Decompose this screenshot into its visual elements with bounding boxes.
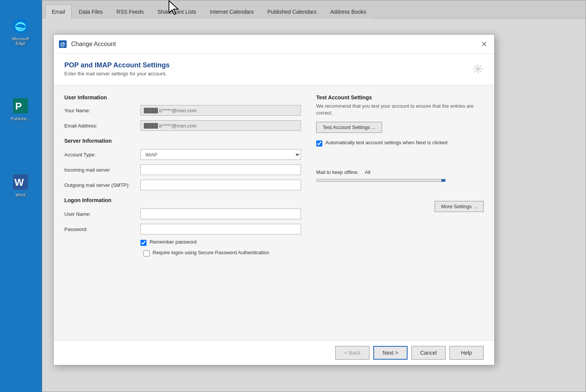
right-column: Test Account Settings We recommend that … bbox=[316, 94, 484, 331]
account-type-select-wrapper: IMAP POP3 ▼ bbox=[140, 149, 301, 160]
svg-text:@: @ bbox=[60, 41, 65, 47]
help-button[interactable]: Help bbox=[449, 346, 484, 360]
user-name-row: User Name: bbox=[64, 209, 301, 219]
auto-test-label: Automatically test account settings when… bbox=[325, 140, 447, 145]
dialog-icon: @ bbox=[58, 40, 67, 49]
your-name-label: Your Name: bbox=[64, 108, 140, 113]
header-decoration-icon: ✳ bbox=[472, 61, 484, 77]
dialog-title: Change Account bbox=[71, 41, 478, 48]
dialog-close-button[interactable]: ✕ bbox=[478, 38, 490, 50]
password-row: Password: bbox=[64, 224, 301, 234]
dialog-titlebar: @ Change Account ✕ bbox=[54, 35, 494, 54]
require-spa-row: Require logon using Secure Password Auth… bbox=[64, 250, 301, 257]
remember-password-checkbox[interactable] bbox=[140, 240, 146, 246]
back-button[interactable]: < Back bbox=[335, 346, 369, 360]
password-input[interactable] bbox=[140, 224, 301, 234]
outgoing-mail-row: Outgoing mail server (SMTP): bbox=[64, 180, 301, 190]
server-info-section-title: Server Information bbox=[64, 138, 301, 144]
desktop-icon-edge[interactable]: Microsoft Edge bbox=[5, 15, 36, 47]
email-address-input[interactable] bbox=[140, 120, 301, 131]
left-column: User Information Your Name: Email Addres… bbox=[64, 94, 301, 331]
logon-info-section-title: Logon Information bbox=[64, 197, 301, 203]
svg-text:P: P bbox=[15, 100, 22, 112]
word-label: Word bbox=[16, 193, 25, 197]
account-type-select[interactable]: IMAP POP3 bbox=[140, 149, 301, 160]
account-type-row: Account Type: IMAP POP3 ▼ bbox=[64, 149, 301, 160]
desktop: Microsoft Edge P Publishe... W Word bbox=[0, 0, 42, 392]
email-address-row: Email Address: bbox=[64, 120, 301, 131]
desktop-icon-word[interactable]: W Word bbox=[5, 171, 36, 199]
dialog-footer: < Back Next > Cancel Help bbox=[54, 340, 494, 365]
next-button[interactable]: Next > bbox=[373, 346, 408, 360]
require-spa-label: Require logon using Secure Password Auth… bbox=[153, 250, 269, 255]
password-label: Password: bbox=[64, 226, 140, 232]
remember-password-row: Remember password bbox=[140, 239, 301, 246]
dialog-header-title: POP and IMAP Account Settings bbox=[64, 61, 472, 69]
auto-test-row: Automatically test account settings when… bbox=[316, 140, 484, 147]
incoming-mail-row: Incoming mail server bbox=[64, 164, 301, 175]
require-spa-checkbox[interactable] bbox=[143, 250, 150, 257]
email-address-label: Email Address: bbox=[64, 123, 140, 129]
dialog-header: POP and IMAP Account Settings Enter the … bbox=[54, 54, 494, 85]
dialog-body: User Information Your Name: Email Addres… bbox=[54, 85, 494, 340]
publisher-label: Publishe... bbox=[11, 116, 30, 121]
outgoing-mail-label: Outgoing mail server (SMTP): bbox=[64, 182, 140, 188]
offline-slider-handle bbox=[441, 179, 445, 182]
dialog-header-subtitle: Enter the mail server settings for your … bbox=[64, 71, 472, 76]
user-name-label: User Name: bbox=[64, 211, 140, 217]
change-account-dialog: @ Change Account ✕ POP and IMAP Account … bbox=[53, 34, 495, 365]
your-name-input[interactable] bbox=[140, 105, 301, 116]
incoming-mail-input[interactable] bbox=[140, 164, 301, 175]
user-name-input[interactable] bbox=[140, 209, 301, 219]
auto-test-checkbox[interactable] bbox=[316, 140, 322, 147]
more-settings-button[interactable]: More Settings ... bbox=[435, 201, 484, 212]
your-name-row: Your Name: bbox=[64, 105, 301, 116]
offline-row: Mail to keep offline: All bbox=[316, 169, 484, 175]
test-settings-title: Test Account Settings bbox=[316, 94, 484, 100]
word-icon: W bbox=[11, 173, 30, 191]
test-settings-desc: We recommend that you test your account … bbox=[316, 103, 484, 116]
account-type-label: Account Type: bbox=[64, 152, 140, 158]
test-account-settings-button[interactable]: Test Account Settings ... bbox=[316, 122, 382, 133]
incoming-mail-label: Incoming mail server bbox=[64, 167, 140, 173]
remember-password-label: Remember password bbox=[150, 239, 197, 245]
offline-label: Mail to keep offline: bbox=[316, 169, 359, 175]
svg-text:W: W bbox=[14, 177, 24, 188]
edge-icon bbox=[11, 17, 30, 35]
cancel-button[interactable]: Cancel bbox=[411, 346, 446, 360]
publisher-icon: P bbox=[11, 97, 30, 115]
offline-value: All bbox=[365, 169, 370, 175]
offline-slider-track bbox=[316, 179, 446, 182]
user-info-section-title: User Information bbox=[64, 94, 301, 100]
edge-label: Microsoft Edge bbox=[7, 37, 34, 46]
outgoing-mail-input[interactable] bbox=[140, 180, 301, 190]
desktop-icon-publisher[interactable]: P Publishe... bbox=[5, 95, 36, 123]
